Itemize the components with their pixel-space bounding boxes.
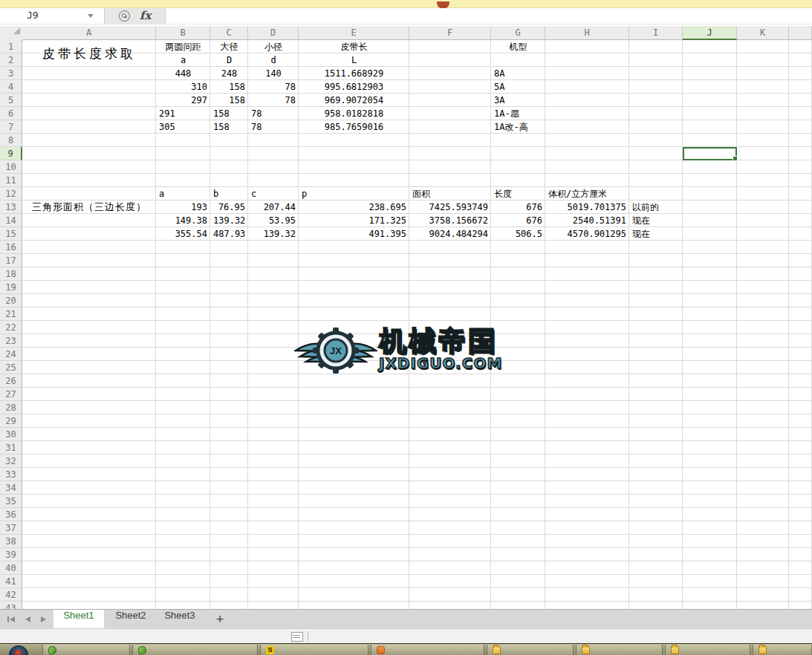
cell-H14[interactable]: 2540.51391	[545, 214, 629, 227]
cell-D2[interactable]: d	[248, 53, 299, 67]
cell-D13[interactable]: 207.44	[248, 201, 299, 214]
cell-E2[interactable]: L	[299, 53, 409, 67]
row-header-4[interactable]: 4	[0, 80, 22, 94]
row-header-10[interactable]: 10	[0, 160, 22, 174]
sheet-view-icon[interactable]	[291, 632, 303, 642]
row-header-21[interactable]: 21	[0, 307, 22, 321]
cell-D14[interactable]: 53.95	[248, 214, 299, 227]
row-header-28[interactable]: 28	[0, 401, 22, 414]
row-header-3[interactable]: 3	[0, 67, 22, 80]
cell-C15[interactable]: 487.93	[210, 227, 248, 241]
cell-B7[interactable]: 305	[156, 120, 210, 134]
insert-function-icon[interactable]: fx	[140, 9, 151, 22]
row-header-42[interactable]: 42	[0, 588, 22, 602]
row-header-40[interactable]: 40	[0, 561, 22, 575]
cell-B4[interactable]: 310	[156, 80, 210, 94]
cell-G3[interactable]: 8A	[491, 67, 545, 80]
cell-D12[interactable]: c	[248, 187, 299, 201]
cell-E14[interactable]: 171.325	[299, 214, 409, 227]
row-header-24[interactable]: 24	[0, 348, 22, 361]
cell-E7[interactable]: 985.7659016	[299, 120, 409, 134]
cell-E1[interactable]: 皮带长	[299, 40, 409, 53]
formula-input[interactable]	[165, 8, 812, 24]
cell-C1[interactable]: 大径	[210, 40, 248, 53]
taskbar-button-7[interactable]	[665, 645, 750, 655]
row-header-34[interactable]: 34	[0, 481, 22, 495]
row-header-19[interactable]: 19	[0, 281, 22, 294]
taskbar-button-8[interactable]	[753, 645, 812, 655]
row-header-12[interactable]: 12	[0, 187, 22, 201]
row-header-13[interactable]: 13	[0, 201, 22, 214]
cell-C3[interactable]: 248	[210, 67, 248, 80]
row-header-38[interactable]: 38	[0, 535, 22, 548]
row-header-20[interactable]: 20	[0, 294, 22, 307]
column-header-G[interactable]: G	[491, 26, 545, 40]
row-header-18[interactable]: 18	[0, 267, 22, 281]
row-header-27[interactable]: 27	[0, 388, 22, 401]
cell-G13[interactable]: 676	[491, 201, 545, 214]
cell-D5[interactable]: 78	[248, 94, 299, 107]
taskbar-button-5[interactable]	[487, 645, 574, 655]
cell-B15[interactable]: 355.54	[156, 227, 210, 241]
add-sheet-button[interactable]: +	[211, 612, 229, 628]
row-header-2[interactable]: 2	[0, 53, 22, 67]
column-header-I[interactable]: I	[629, 26, 683, 40]
cell-B3[interactable]: 448	[156, 67, 210, 80]
row-header-16[interactable]: 16	[0, 241, 22, 254]
cell-C14[interactable]: 139.32	[210, 214, 248, 227]
row-header-39[interactable]: 39	[0, 548, 22, 561]
cell-D4[interactable]: 78	[248, 80, 299, 94]
taskbar-button-4[interactable]	[371, 645, 484, 655]
column-header-F[interactable]: F	[409, 26, 491, 40]
row-header-8[interactable]: 8	[0, 134, 22, 147]
row-header-30[interactable]: 30	[0, 428, 22, 441]
magnifier-icon[interactable]	[119, 10, 130, 22]
row-header-29[interactable]: 29	[0, 414, 22, 428]
cell-F14[interactable]: 3758.156672	[409, 214, 491, 227]
cell-C7[interactable]: 158	[210, 120, 248, 134]
cell-E15[interactable]: 491.395	[299, 227, 409, 241]
cell-B6[interactable]: 291	[156, 107, 210, 120]
taskbar-button-3[interactable]: S	[260, 645, 368, 655]
row-header-43[interactable]: 43	[0, 602, 22, 609]
cell-C4[interactable]: 158	[210, 80, 248, 94]
row-header-35[interactable]: 35	[0, 495, 22, 508]
name-box-dropdown-icon[interactable]	[88, 14, 94, 18]
cell-B12[interactable]: a	[156, 187, 210, 201]
column-header-J[interactable]: J	[683, 26, 737, 40]
cell-G4[interactable]: 5A	[491, 80, 545, 94]
column-header-D[interactable]: D	[248, 26, 299, 40]
cell-E3[interactable]: 1511.668929	[299, 67, 409, 80]
taskbar-button-6[interactable]	[576, 645, 663, 655]
cell-D6[interactable]: 78	[248, 107, 299, 120]
cell-C5[interactable]: 158	[210, 94, 248, 107]
cell-E6[interactable]: 958.0182818	[299, 107, 409, 120]
row-header-14[interactable]: 14	[0, 214, 22, 227]
cell-F13[interactable]: 7425.593749	[409, 201, 491, 214]
cell-B1[interactable]: 两圆间距	[156, 40, 210, 53]
cell-H13[interactable]: 5019.701375	[545, 201, 629, 214]
row-header-33[interactable]: 33	[0, 468, 22, 481]
cell-G14[interactable]: 676	[491, 214, 545, 227]
column-header-partial[interactable]	[789, 26, 812, 40]
row-header-31[interactable]: 31	[0, 441, 22, 454]
row-header-37[interactable]: 37	[0, 521, 22, 535]
column-header-C[interactable]: C	[210, 26, 248, 40]
cell-D7[interactable]: 78	[248, 120, 299, 134]
row-header-15[interactable]: 15	[0, 227, 22, 241]
column-header-K[interactable]: K	[737, 26, 789, 40]
cell-B5[interactable]: 297	[156, 94, 210, 107]
column-header-A[interactable]: A	[22, 26, 156, 40]
cell-D3[interactable]: 140	[248, 67, 299, 80]
cell-B14[interactable]: 149.38	[156, 214, 210, 227]
first-sheet-button[interactable]	[7, 615, 16, 624]
taskbar-button-1[interactable]	[42, 645, 130, 655]
cell-E4[interactable]: 995.6812903	[299, 80, 409, 94]
cell-G7[interactable]: 1A改-高	[491, 120, 545, 134]
column-header-B[interactable]: B	[156, 26, 210, 40]
cell-C12[interactable]: b	[210, 187, 248, 201]
cell-H12[interactable]: 体积/立方厘米	[545, 187, 629, 201]
cell-F12[interactable]: 面积	[409, 187, 491, 201]
next-sheet-button[interactable]	[39, 615, 48, 624]
cell-G12[interactable]: 长度	[491, 187, 545, 201]
